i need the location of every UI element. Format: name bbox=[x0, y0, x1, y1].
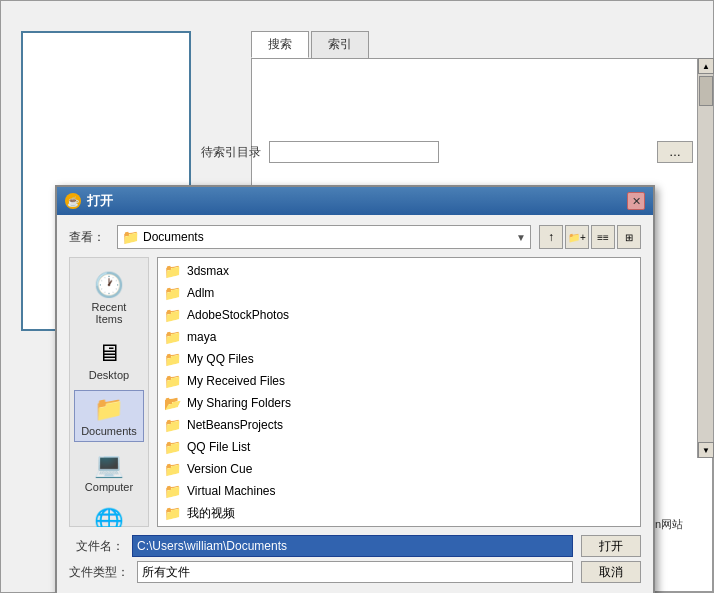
folder-icon: 📁 bbox=[164, 329, 181, 345]
dialog-close-button[interactable]: ✕ bbox=[627, 192, 645, 210]
file-name: 3dsmax bbox=[187, 264, 229, 278]
file-name: 我的视频 bbox=[187, 505, 235, 522]
folder-special-icon: 📂 bbox=[164, 395, 181, 411]
file-name: Adlm bbox=[187, 286, 214, 300]
tool-list-btn[interactable]: ≡≡ bbox=[591, 225, 615, 249]
folder-icon: 📁 bbox=[164, 263, 181, 279]
scroll-up-btn[interactable]: ▲ bbox=[698, 58, 714, 74]
file-name: Version Cue bbox=[187, 462, 252, 476]
file-name: maya bbox=[187, 330, 216, 344]
desktop-label: Desktop bbox=[89, 369, 129, 381]
nav-computer[interactable]: 💻 Computer bbox=[74, 446, 144, 498]
file-name: My Received Files bbox=[187, 374, 285, 388]
tab-bar: 搜索 索引 bbox=[251, 31, 369, 58]
tab-index[interactable]: 索引 bbox=[311, 31, 369, 58]
scroll-down-btn[interactable]: ▼ bbox=[698, 442, 714, 458]
nav-network[interactable]: 🌐 Network bbox=[74, 502, 144, 527]
lookin-folder-icon: 📁 bbox=[122, 229, 139, 245]
file-name: My QQ Files bbox=[187, 352, 254, 366]
lookin-text: Documents bbox=[143, 230, 516, 244]
directory-label: 待索引目录 bbox=[201, 144, 261, 161]
tab-search[interactable]: 搜索 bbox=[251, 31, 309, 58]
recent-label: RecentItems bbox=[92, 301, 127, 325]
file-item-3dsmax[interactable]: 📁 3dsmax bbox=[160, 260, 638, 282]
nav-recent-items[interactable]: 🕐 RecentItems bbox=[74, 266, 144, 330]
dialog-main: 🕐 RecentItems 🖥 Desktop 📁 Documents 💻 Co… bbox=[69, 257, 641, 527]
dialog-bottom: 文件名： 打开 文件类型： 所有文件 取消 bbox=[69, 535, 641, 583]
cancel-button[interactable]: 取消 bbox=[581, 561, 641, 583]
dialog-title-left: ☕ 打开 bbox=[65, 192, 113, 210]
file-item-mysharingfolders[interactable]: 📂 My Sharing Folders bbox=[160, 392, 638, 414]
file-item-myreceivedfiles[interactable]: 📁 My Received Files bbox=[160, 370, 638, 392]
open-button[interactable]: 打开 bbox=[581, 535, 641, 557]
file-list[interactable]: 📁 3dsmax 📁 Adlm 📁 AdobeStockPhotos 📁 may… bbox=[157, 257, 641, 527]
filename-input[interactable] bbox=[132, 535, 573, 557]
nav-documents[interactable]: 📁 Documents bbox=[74, 390, 144, 442]
dialog-titlebar: ☕ 打开 ✕ bbox=[57, 187, 653, 215]
file-item-adlm[interactable]: 📁 Adlm bbox=[160, 282, 638, 304]
computer-icon: 💻 bbox=[94, 451, 124, 479]
dialog-title: 打开 bbox=[87, 192, 113, 210]
scroll-track bbox=[698, 74, 713, 442]
file-item-virtualmachines[interactable]: 📁 Virtual Machines bbox=[160, 480, 638, 502]
folder-icon: 📁 bbox=[164, 373, 181, 389]
tool-detail-btn[interactable]: ⊞ bbox=[617, 225, 641, 249]
file-name: Virtual Machines bbox=[187, 484, 276, 498]
scrollbar-right[interactable]: ▲ ▼ bbox=[697, 58, 713, 458]
scroll-thumb[interactable] bbox=[699, 76, 713, 106]
folder-icon: 📁 bbox=[164, 505, 181, 521]
open-dialog: ☕ 打开 ✕ 查看： 📁 Documents ▼ ↑ 📁+ ≡≡ ⊞ bbox=[55, 185, 655, 593]
filetype-row: 文件类型： 所有文件 取消 bbox=[69, 561, 641, 583]
directory-input[interactable] bbox=[269, 141, 439, 163]
computer-label: Computer bbox=[85, 481, 133, 493]
folder-icon: 📁 bbox=[164, 417, 181, 433]
desktop-icon: 🖥 bbox=[97, 339, 121, 367]
filetype-select[interactable]: 所有文件 bbox=[137, 561, 573, 583]
documents-label: Documents bbox=[81, 425, 137, 437]
file-item-myqqfiles[interactable]: 📁 My QQ Files bbox=[160, 348, 638, 370]
file-item-maya[interactable]: 📁 maya bbox=[160, 326, 638, 348]
lookin-tools: ↑ 📁+ ≡≡ ⊞ bbox=[539, 225, 641, 249]
file-name: My Sharing Folders bbox=[187, 396, 291, 410]
browse-button[interactable]: … bbox=[657, 141, 693, 163]
file-name: NetBeansProjects bbox=[187, 418, 283, 432]
directory-row: 待索引目录 bbox=[201, 141, 439, 163]
file-item-myvideo[interactable]: 📁 我的视频 bbox=[160, 502, 638, 524]
lookin-row: 查看： 📁 Documents ▼ ↑ 📁+ ≡≡ ⊞ bbox=[69, 225, 641, 249]
nav-desktop[interactable]: 🖥 Desktop bbox=[74, 334, 144, 386]
lookin-dropdown[interactable]: 📁 Documents ▼ bbox=[117, 225, 531, 249]
filename-row: 文件名： 打开 bbox=[69, 535, 641, 557]
filetype-wrapper: 所有文件 bbox=[137, 561, 573, 583]
folder-icon: 📁 bbox=[164, 439, 181, 455]
lookin-label: 查看： bbox=[69, 229, 109, 246]
tool-back-btn[interactable]: ↑ bbox=[539, 225, 563, 249]
folder-icon: 📁 bbox=[164, 285, 181, 301]
documents-icon: 📁 bbox=[94, 395, 124, 423]
file-item-qqfilelist[interactable]: 📁 QQ File List bbox=[160, 436, 638, 458]
dialog-app-icon: ☕ bbox=[65, 193, 81, 209]
dialog-body: 查看： 📁 Documents ▼ ↑ 📁+ ≡≡ ⊞ 🕐 RecentItem… bbox=[57, 215, 653, 593]
file-name: QQ File List bbox=[187, 440, 250, 454]
folder-icon: 📁 bbox=[164, 307, 181, 323]
folder-icon: 📁 bbox=[164, 461, 181, 477]
folder-icon: 📁 bbox=[164, 483, 181, 499]
file-item-netbeansprojects[interactable]: 📁 NetBeansProjects bbox=[160, 414, 638, 436]
folder-icon: 📁 bbox=[164, 351, 181, 367]
filetype-label: 文件类型： bbox=[69, 564, 129, 581]
filename-label: 文件名： bbox=[69, 538, 124, 555]
recent-icon: 🕐 bbox=[94, 271, 124, 299]
file-name: AdobeStockPhotos bbox=[187, 308, 289, 322]
file-item-adobestockphotos[interactable]: 📁 AdobeStockPhotos bbox=[160, 304, 638, 326]
left-nav-panel: 🕐 RecentItems 🖥 Desktop 📁 Documents 💻 Co… bbox=[69, 257, 149, 527]
file-item-versioncue[interactable]: 📁 Version Cue bbox=[160, 458, 638, 480]
lookin-arrow-icon: ▼ bbox=[516, 232, 526, 243]
tool-newfolder-btn[interactable]: 📁+ bbox=[565, 225, 589, 249]
network-icon: 🌐 bbox=[94, 507, 124, 527]
